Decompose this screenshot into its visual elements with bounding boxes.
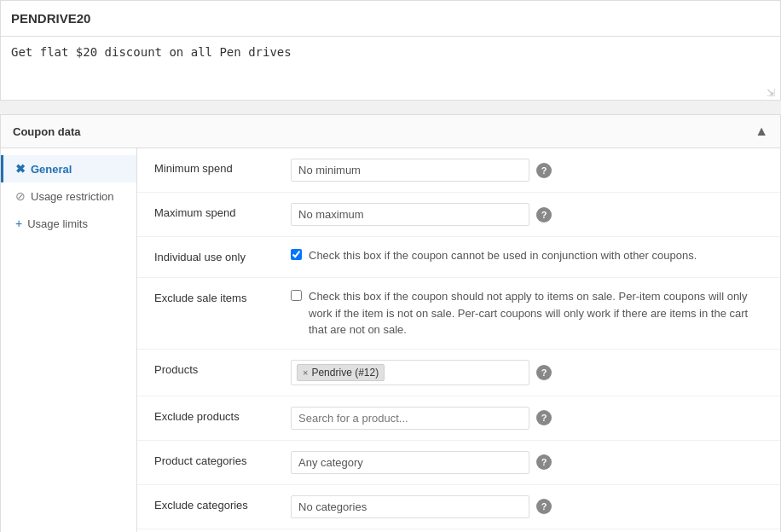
label-exclude-sale: Exclude sale items <box>154 288 291 304</box>
products-field[interactable]: × Pendrive (#12) <box>291 360 529 385</box>
help-icon-minimum-spend[interactable]: ? <box>536 163 552 178</box>
coupon-description-textarea[interactable] <box>11 43 770 90</box>
tag-label-pendrive: Pendrive (#12) <box>311 367 379 379</box>
minimum-spend-input[interactable] <box>291 159 529 182</box>
sidebar-item-usage-restriction[interactable]: ⊘ Usage restriction <box>1 182 136 210</box>
coupon-description-section: ⇲ <box>0 37 781 101</box>
panel-toggle-icon[interactable]: ▲ <box>755 124 768 139</box>
panel-body: ✖ General ⊘ Usage restriction + Usage li… <box>1 148 780 532</box>
panel-header: Coupon data ▲ <box>1 115 780 148</box>
maximum-spend-input[interactable] <box>291 203 529 226</box>
label-product-categories: Product categories <box>154 451 291 467</box>
help-icon-product-categories[interactable]: ? <box>536 454 552 470</box>
label-exclude-products: Exclude products <box>154 407 291 423</box>
input-wrap-minimum-spend: ? <box>291 159 763 182</box>
field-row-email-restrictions: Email restrictions ? <box>137 529 780 533</box>
panel-title: Coupon data <box>13 125 80 138</box>
label-maximum-spend: Maximum spend <box>154 203 291 219</box>
product-categories-input[interactable] <box>291 451 529 474</box>
exclude-products-input[interactable] <box>291 407 529 430</box>
label-products: Products <box>154 360 291 376</box>
field-row-minimum-spend: Minimum spend ? <box>137 148 780 193</box>
label-exclude-categories: Exclude categories <box>154 495 291 512</box>
sidebar-item-general[interactable]: ✖ General <box>1 155 136 182</box>
help-icon-maximum-spend[interactable]: ? <box>536 207 552 223</box>
input-wrap-maximum-spend: ? <box>291 203 763 226</box>
field-row-product-categories: Product categories ? <box>137 441 780 485</box>
coupon-code-input[interactable] <box>11 8 770 29</box>
label-individual-use: Individual use only <box>154 247 291 263</box>
label-minimum-spend: Minimum spend <box>154 159 291 175</box>
field-row-exclude-categories: Exclude categories ? <box>137 485 780 529</box>
individual-use-checkbox[interactable] <box>291 249 302 260</box>
field-row-individual-use: Individual use only Check this box if th… <box>137 237 780 278</box>
general-icon: ✖ <box>15 162 26 176</box>
sidebar-label-general: General <box>31 163 72 176</box>
checkbox-wrap-individual-use: Check this box if the coupon cannot be u… <box>291 247 697 264</box>
main-content: Minimum spend ? Maximum spend ? <box>137 148 780 532</box>
help-icon-exclude-products[interactable]: ? <box>536 410 552 425</box>
input-wrap-exclude-sale: Check this box if the coupon should not … <box>291 288 763 338</box>
usage-restriction-icon: ⊘ <box>15 189 26 203</box>
sidebar-item-usage-limits[interactable]: + Usage limits <box>1 210 136 237</box>
exclude-sale-checkbox[interactable] <box>291 290 302 301</box>
product-tag-pendrive: × Pendrive (#12) <box>297 364 385 381</box>
field-row-products: Products × Pendrive (#12) ? <box>137 350 780 396</box>
field-row-exclude-sale: Exclude sale items Check this box if the… <box>137 278 780 350</box>
input-wrap-individual-use: Check this box if the coupon cannot be u… <box>291 247 763 264</box>
input-wrap-products: × Pendrive (#12) ? <box>291 360 763 385</box>
field-row-maximum-spend: Maximum spend ? <box>137 193 780 237</box>
exclude-categories-input[interactable] <box>291 495 529 518</box>
input-wrap-exclude-products: ? <box>291 407 763 430</box>
sidebar-nav: ✖ General ⊘ Usage restriction + Usage li… <box>1 148 137 532</box>
individual-use-text: Check this box if the coupon cannot be u… <box>309 247 697 264</box>
tag-remove-pendrive[interactable]: × <box>303 367 308 378</box>
usage-limits-icon: + <box>15 217 22 230</box>
input-wrap-exclude-categories: ? <box>291 495 763 518</box>
help-icon-exclude-categories[interactable]: ? <box>536 499 552 514</box>
sidebar-label-usage-limits: Usage limits <box>27 217 88 230</box>
resize-handle-icon: ⇲ <box>767 88 777 98</box>
coupon-code-section <box>0 0 781 37</box>
field-row-exclude-products: Exclude products ? <box>137 396 780 441</box>
input-wrap-product-categories: ? <box>291 451 763 474</box>
exclude-sale-text: Check this box if the coupon should not … <box>309 288 752 338</box>
checkbox-wrap-exclude-sale: Check this box if the coupon should not … <box>291 288 752 338</box>
coupon-data-panel: Coupon data ▲ ✖ General ⊘ Usage restrict… <box>0 114 781 532</box>
help-icon-products[interactable]: ? <box>536 365 552 380</box>
sidebar-label-usage-restriction: Usage restriction <box>31 190 114 203</box>
page-wrapper: ⇲ Coupon data ▲ ✖ General ⊘ Usage restri… <box>0 0 781 532</box>
